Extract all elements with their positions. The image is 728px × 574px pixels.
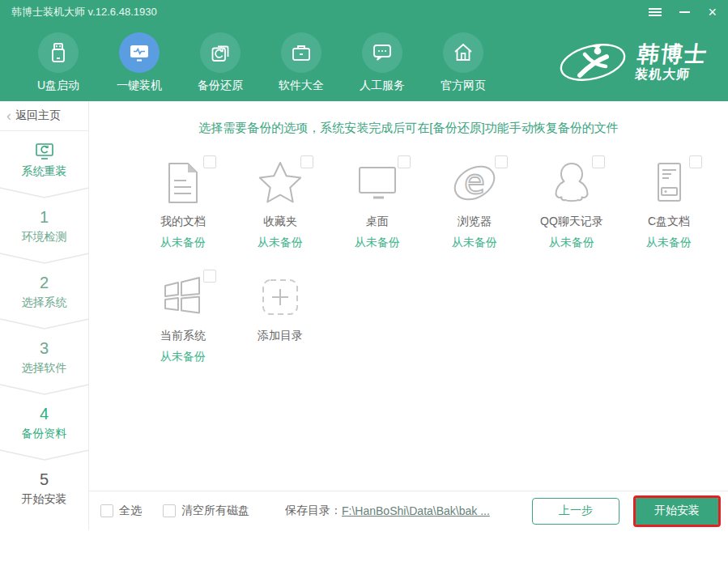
- clear-disks-group[interactable]: 清空所有磁盘: [163, 504, 249, 518]
- header-nav: U盘启动 一键装机 备份还原: [0, 24, 728, 101]
- nav-official-website[interactable]: 官方网页: [423, 32, 504, 93]
- item-checkbox[interactable]: [398, 155, 411, 168]
- item-label: 收藏夹: [263, 215, 297, 229]
- save-dir-label: 保存目录：: [285, 504, 342, 518]
- footer-bar: 全选 清空所有磁盘 保存目录： F:\HanBoShi\Data\Bak\bak…: [89, 491, 728, 530]
- svg-text:e: e: [464, 162, 485, 202]
- start-install-button[interactable]: 开始安装: [636, 498, 718, 525]
- save-dir-path-link[interactable]: F:\HanBoShi\Data\Bak\bak ...: [342, 504, 490, 517]
- windows-logo-icon: [157, 271, 209, 323]
- logo-line1: 韩博士: [636, 44, 709, 66]
- sidebar-step-1: 1 环境检测: [0, 203, 88, 244]
- back-home-label: 返回主页: [15, 108, 61, 123]
- sidebar-step-2: 2 选择系统: [0, 269, 88, 310]
- sidebar: ‹ 返回主页 系统重装 1 环境检测 2 选择系统: [0, 101, 89, 530]
- star-icon: [254, 157, 306, 209]
- window-title: 韩博士装机大师 v.12.6.48.1930: [11, 5, 157, 19]
- backup-items-grid: 我的文档 从未备份 收藏夹 从未备份: [134, 157, 728, 364]
- select-all-group[interactable]: 全选: [100, 504, 142, 518]
- backup-item-desktop[interactable]: 桌面 从未备份: [329, 157, 426, 250]
- sidebar-section-label: 系统重装: [0, 164, 88, 179]
- select-all-checkbox[interactable]: [100, 504, 113, 517]
- nav-label: 人工服务: [360, 79, 405, 93]
- item-label: C盘文档: [648, 215, 690, 229]
- item-checkbox[interactable]: [203, 155, 216, 168]
- item-label: 我的文档: [160, 215, 206, 229]
- backup-instruction-text: 选择需要备份的选项，系统安装完成后可在[备份还原]功能手动恢复备份的文件: [89, 121, 728, 136]
- minimize-icon[interactable]: [679, 11, 690, 13]
- system-reinstall-icon: [34, 142, 55, 162]
- nav-human-service[interactable]: 人工服务: [342, 32, 423, 93]
- title-bar: 韩博士装机大师 v.12.6.48.1930 ×: [0, 0, 728, 24]
- item-label: 桌面: [366, 215, 389, 229]
- step-label: 选择系统: [0, 296, 88, 310]
- step-label: 选择软件: [0, 361, 88, 376]
- monitor-pulse-icon: [119, 32, 160, 73]
- app-window: 韩博士装机大师 v.12.6.48.1930 × U盘启动: [0, 0, 728, 530]
- nav-label: 软件大全: [279, 79, 324, 93]
- nav-usb-boot[interactable]: U盘启动: [18, 32, 99, 93]
- item-status: 从未备份: [160, 236, 206, 250]
- item-status: 从未备份: [160, 350, 206, 364]
- nav-one-key-install[interactable]: 一键装机: [99, 32, 180, 93]
- item-checkbox[interactable]: [592, 155, 605, 168]
- backup-item-favorites[interactable]: 收藏夹 从未备份: [232, 157, 329, 250]
- chevron-down-separator: [0, 187, 89, 198]
- item-label: 当前系统: [160, 329, 206, 343]
- item-status: 从未备份: [355, 236, 400, 250]
- briefcase-icon: [281, 32, 321, 73]
- nav-software-collection[interactable]: 软件大全: [261, 32, 342, 93]
- item-status: 从未备份: [646, 236, 692, 250]
- sidebar-section-reinstall: 系统重装: [0, 131, 88, 179]
- backup-item-browser[interactable]: e 浏览器 从未备份: [426, 157, 523, 250]
- item-label: 添加目录: [258, 329, 303, 343]
- item-status: 从未备份: [258, 236, 303, 250]
- qq-penguin-icon: [546, 157, 598, 209]
- menu-icon[interactable]: [649, 8, 662, 16]
- step-number: 3: [0, 339, 88, 358]
- step-number: 1: [0, 208, 88, 227]
- backup-restore-icon: [200, 32, 241, 73]
- item-status: 从未备份: [549, 236, 594, 250]
- chevron-down-separator: [0, 449, 89, 461]
- nav-label: U盘启动: [37, 79, 79, 93]
- nav-label: 备份还原: [198, 79, 243, 93]
- backup-item-qq-history[interactable]: QQ聊天记录 从未备份: [523, 157, 620, 250]
- usb-icon: [38, 32, 79, 73]
- item-checkbox[interactable]: [689, 155, 702, 168]
- item-checkbox[interactable]: [203, 270, 216, 283]
- step-number: 2: [0, 274, 88, 292]
- c-drive-document-icon: [643, 157, 695, 209]
- brand-logo: 韩博士 装机大师: [556, 37, 707, 87]
- chat-bubble-icon: [362, 32, 402, 73]
- step-label: 开始安装: [0, 492, 88, 507]
- step-label: 备份资料: [0, 427, 88, 441]
- back-home-button[interactable]: ‹ 返回主页: [0, 101, 88, 131]
- item-label: QQ聊天记录: [540, 215, 603, 229]
- chevron-down-separator: [0, 318, 89, 330]
- backup-item-current-system[interactable]: 当前系统 从未备份: [134, 271, 232, 364]
- main-content: 选择需要备份的选项，系统安装完成后可在[备份还原]功能手动恢复备份的文件 我的文…: [89, 101, 728, 530]
- sidebar-step-3: 3 选择软件: [0, 334, 88, 376]
- backup-item-c-drive-docs[interactable]: C盘文档 从未备份: [620, 157, 717, 250]
- home-icon: [443, 32, 483, 73]
- previous-step-button[interactable]: 上一步: [532, 498, 619, 525]
- chevron-down-separator: [0, 253, 89, 264]
- document-icon: [157, 157, 209, 209]
- backup-item-my-documents[interactable]: 我的文档 从未备份: [134, 157, 232, 250]
- ie-browser-icon: e: [449, 157, 500, 209]
- logo-line2: 装机大师: [634, 68, 706, 81]
- nav-backup-restore[interactable]: 备份还原: [180, 32, 261, 93]
- clear-disks-checkbox[interactable]: [163, 504, 176, 517]
- nav-label: 官方网页: [441, 79, 486, 93]
- backup-item-add-directory[interactable]: 添加目录: [232, 271, 329, 364]
- add-directory-icon: [254, 271, 306, 323]
- item-checkbox[interactable]: [495, 155, 508, 168]
- chevron-down-separator: [0, 384, 89, 395]
- sidebar-step-4-current: 4 备份资料: [0, 400, 88, 441]
- item-checkbox[interactable]: [300, 155, 313, 168]
- step-label: 环境检测: [0, 230, 88, 244]
- nav-label: 一键装机: [117, 79, 162, 93]
- step-number: 5: [0, 470, 88, 489]
- close-icon[interactable]: ×: [708, 5, 717, 19]
